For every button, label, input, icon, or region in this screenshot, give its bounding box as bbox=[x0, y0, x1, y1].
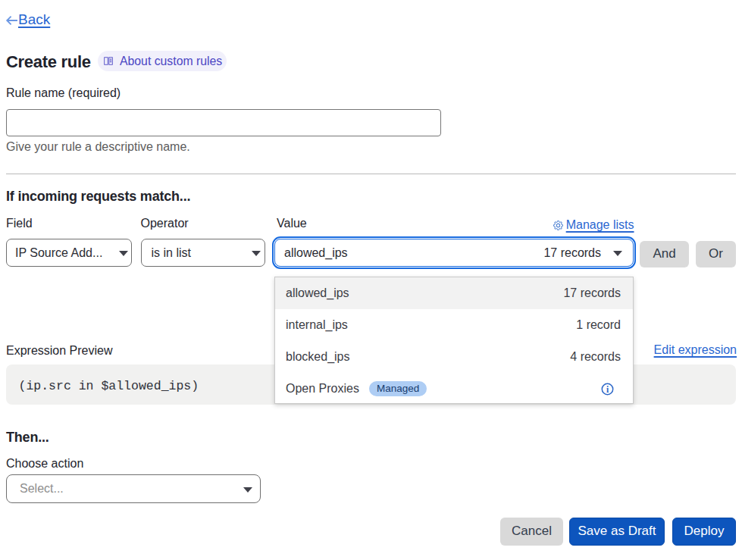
svg-text:i: i bbox=[606, 384, 609, 393]
